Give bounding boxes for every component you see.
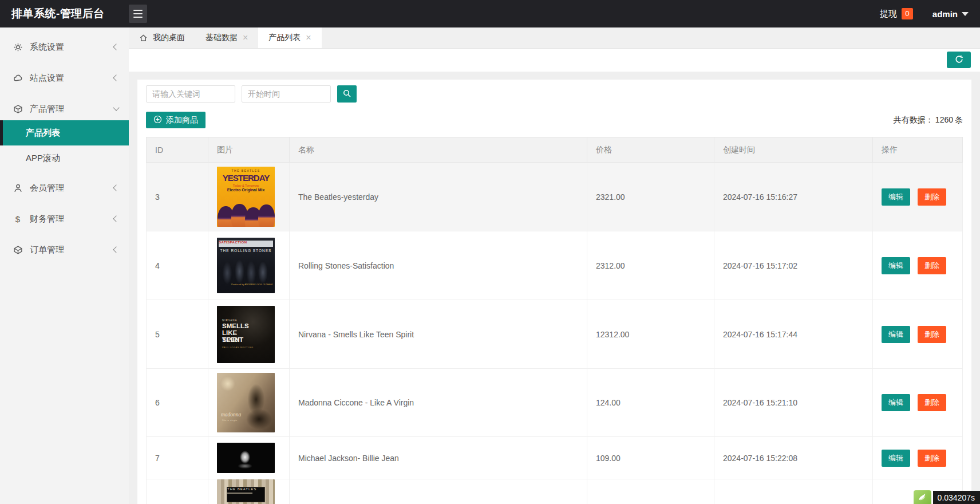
table-row: 4 SATISFACTION THE ROLLING STONES Produc… [147, 231, 963, 300]
product-id: 5 [147, 300, 208, 369]
delete-button[interactable]: 删除 [918, 394, 946, 411]
col-header-price: 价格 [587, 137, 714, 163]
col-header-created: 创建时间 [714, 137, 873, 163]
home-icon [139, 34, 148, 42]
product-name: The Beatles-yesterday [290, 163, 587, 231]
filter-row [146, 85, 963, 103]
edit-button[interactable]: 编辑 [882, 257, 910, 274]
col-header-id: ID [147, 137, 208, 163]
tab-product-list[interactable]: 产品列表 × [258, 27, 321, 48]
top-bar: 排单系统-管理后台 提现 0 admin [0, 0, 980, 27]
product-name: Rolling Stones-Satisfaction [290, 231, 587, 300]
product-price [587, 479, 714, 504]
product-image-stones-satisfaction: SATISFACTION THE ROLLING STONES Produced… [217, 238, 275, 293]
table-row: 6 madonna like a virgin Madonna Ciccone … [147, 369, 963, 437]
sidebar-item-finance-management[interactable]: $ 财务管理 [0, 207, 129, 230]
main-area: 我的桌面 基础数据 × 产品列表 × [129, 27, 980, 504]
table-row: 5 NIRVANA SMELLSLIKE TEENSPIRIT PAUL LOG… [147, 300, 963, 369]
sidebar-toggle-button[interactable] [129, 5, 147, 23]
sidebar-item-product-list[interactable]: 产品列表 [0, 120, 129, 145]
product-created: 2024-07-16 15:17:02 [714, 231, 873, 300]
trace-leaf-icon[interactable] [914, 490, 931, 504]
refresh-button[interactable] [947, 52, 971, 68]
product-created: 2024-07-16 15:21:10 [714, 369, 873, 437]
start-time-input[interactable] [242, 85, 331, 103]
delete-button[interactable]: 删除 [918, 326, 946, 343]
product-price: 124.00 [587, 369, 714, 437]
chevron-down-icon [113, 104, 119, 111]
chevron-left-icon [113, 215, 119, 222]
actions-row: 添加商品 共有数据：1260条 [146, 112, 963, 128]
product-image-beatles-frame: THE BEATLES [217, 479, 275, 504]
username: admin [932, 9, 958, 19]
delete-button[interactable]: 删除 [918, 257, 946, 274]
sidebar-item-site-settings[interactable]: 站点设置 [0, 66, 129, 89]
trace-time[interactable]: 0.034207s [933, 491, 980, 504]
edit-button[interactable]: 编辑 [882, 450, 910, 467]
table-row: 3 THE BEATLES YESTERDAY Today & Tomorrow… [147, 163, 963, 231]
delete-button[interactable]: 删除 [918, 450, 946, 467]
edit-button[interactable]: 编辑 [882, 188, 910, 206]
total-count-value: 1260 [935, 115, 953, 124]
cube-icon [13, 104, 23, 114]
keyword-input[interactable] [146, 85, 235, 103]
sidebar-item-member-management[interactable]: 会员管理 [0, 176, 129, 199]
chevron-left-icon [113, 184, 119, 191]
table-header-row: ID 图片 名称 价格 创建时间 操作 [147, 137, 963, 163]
chevron-left-icon [113, 74, 119, 81]
search-icon [342, 89, 351, 100]
product-id: 3 [147, 163, 208, 231]
close-icon[interactable]: × [243, 33, 248, 42]
search-button[interactable] [337, 85, 357, 103]
tab-bar: 我的桌面 基础数据 × 产品列表 × [129, 27, 980, 49]
product-image-nirvana-teen-spirit: NIRVANA SMELLSLIKE TEENSPIRIT PAUL LOGAN… [217, 306, 275, 363]
product-created: 2024-07-16 15:17:44 [714, 300, 873, 369]
product-name [290, 479, 587, 504]
product-name: Michael Jackson- Billie Jean [290, 437, 587, 479]
product-created: 2024-07-16 15:22:08 [714, 437, 873, 479]
tab-my-desktop[interactable]: 我的桌面 [129, 27, 195, 48]
edit-button[interactable]: 编辑 [882, 326, 910, 343]
plus-circle-icon [153, 115, 162, 125]
product-id [147, 479, 208, 504]
sidebar-item-system-settings[interactable]: 系统设置 [0, 36, 129, 58]
product-name: Nirvana - Smells Like Teen Spirit [290, 300, 587, 369]
dollar-icon: $ [13, 214, 23, 224]
product-id: 4 [147, 231, 208, 300]
product-image-madonna-like-a-virgin: madonna like a virgin [217, 373, 275, 432]
gear-icon [13, 42, 23, 52]
product-image-mj-billie-jean [217, 443, 275, 473]
content-panel: 添加商品 共有数据：1260条 ID 图片 名称 价格 创建时间 操作 [137, 80, 971, 504]
col-header-image: 图片 [208, 137, 290, 163]
chevron-left-icon [113, 246, 119, 253]
user-icon [13, 183, 23, 193]
product-id: 6 [147, 369, 208, 437]
box-icon [13, 245, 23, 255]
product-created: 2024-07-16 15:16:27 [714, 163, 873, 231]
tab-basic-data[interactable]: 基础数据 × [195, 27, 258, 48]
col-header-name: 名称 [290, 137, 587, 163]
sidebar-item-app-scroll[interactable]: APP滚动 [0, 145, 129, 171]
edit-button[interactable]: 编辑 [882, 394, 910, 411]
table-row: 7 Michael Jackson- Billie Jean 109.00 20… [147, 437, 963, 479]
product-price: 12312.00 [587, 300, 714, 369]
table-row: THE BEATLES [147, 479, 963, 504]
product-created [714, 479, 873, 504]
product-image-beatles-yesterday: THE BEATLES YESTERDAY Today & Tomorrow E… [217, 167, 275, 227]
withdraw-menu-item[interactable]: 提现 0 [880, 8, 913, 19]
hamburger-icon [133, 10, 143, 11]
product-id: 7 [147, 437, 208, 479]
product-table: ID 图片 名称 价格 创建时间 操作 3 THE BEATLES YESTER… [146, 137, 963, 504]
add-product-button[interactable]: 添加商品 [146, 112, 206, 128]
sidebar-item-product-management[interactable]: 产品管理 [0, 97, 129, 120]
sidebar: 系统设置 站点设置 产品管理 产品列表 APP滚动 会员管理 $ 财务管理 [0, 27, 129, 504]
debug-trace-bar: 0.034207s [914, 490, 980, 504]
delete-button[interactable]: 删除 [918, 188, 946, 206]
close-icon[interactable]: × [306, 33, 311, 42]
product-price: 109.00 [587, 437, 714, 479]
app-title: 排单系统-管理后台 [0, 6, 122, 21]
user-menu[interactable]: admin [932, 9, 969, 19]
sidebar-item-order-management[interactable]: 订单管理 [0, 238, 129, 261]
product-price: 2321.00 [587, 163, 714, 231]
chevron-left-icon [113, 44, 119, 50]
